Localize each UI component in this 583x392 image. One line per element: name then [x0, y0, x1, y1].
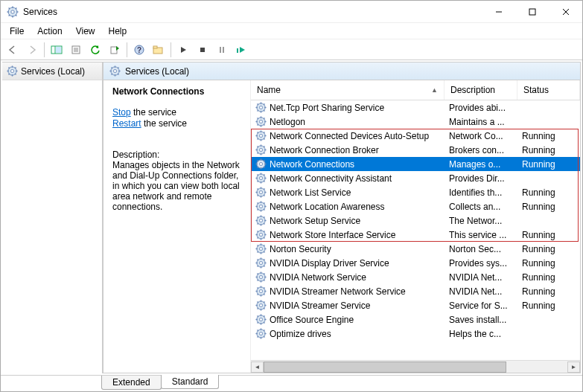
column-status[interactable]: Status — [517, 80, 580, 100]
service-status: Running — [517, 230, 561, 240]
service-description: This service ... — [445, 230, 517, 240]
service-row[interactable]: Network Connected Devices Auto-SetupNetw… — [251, 129, 580, 143]
tab-extended[interactable]: Extended — [101, 376, 162, 390]
open-button[interactable] — [150, 41, 168, 59]
service-row[interactable]: NVIDIA Streamer ServiceService for S...R… — [251, 298, 580, 312]
stop-service-button[interactable] — [194, 41, 211, 59]
gear-icon — [255, 271, 267, 283]
service-description: Collects an... — [445, 202, 517, 212]
content-area: Services (Local) Services (Local) Networ… — [1, 60, 582, 375]
service-name: Network Connectivity Assistant — [270, 173, 392, 184]
scroll-thumb[interactable] — [264, 362, 506, 373]
service-row[interactable]: Network Connection BrokerBrokers con...R… — [251, 143, 580, 157]
restart-service-button[interactable] — [232, 41, 250, 59]
service-row[interactable]: NetlogonMaintains a ... — [251, 115, 580, 129]
service-row[interactable]: Network Location AwarenessCollects an...… — [251, 199, 580, 213]
horizontal-scrollbar[interactable]: ◄ ► — [251, 360, 580, 373]
service-row[interactable]: Office Source EngineSaves install... — [251, 312, 580, 327]
service-name: Norton Security — [270, 244, 331, 254]
service-description: Provides abi... — [445, 103, 517, 113]
services-list[interactable]: Net.Tcp Port Sharing ServiceProvides abi… — [251, 100, 580, 360]
stop-service-link[interactable]: Stop — [112, 107, 131, 118]
maximize-button[interactable] — [515, 1, 549, 22]
tab-standard[interactable]: Standard — [161, 375, 220, 389]
service-name: Network Connections — [270, 159, 354, 170]
list-header: Name ▲ Description Status — [251, 80, 580, 100]
service-row[interactable]: Net.Tcp Port Sharing ServiceProvides abi… — [251, 100, 580, 115]
service-description: Brokers con... — [445, 145, 517, 155]
nav-services-local[interactable]: Services (Local) — [2, 62, 102, 80]
restart-service-link[interactable]: Restart — [112, 118, 141, 129]
gear-icon — [255, 130, 267, 141]
service-row[interactable]: NVIDIA Display Driver ServiceProvides sy… — [251, 256, 580, 270]
service-status: Running — [517, 301, 561, 311]
svg-rect-16 — [56, 47, 61, 53]
main-pane: Services (Local) Network Connections Sto… — [103, 62, 581, 373]
start-service-button[interactable] — [174, 41, 192, 59]
service-name: NVIDIA Display Driver Service — [270, 258, 389, 269]
service-row[interactable]: Network List ServiceIdentifies th...Runn… — [251, 185, 580, 199]
service-row[interactable]: NVIDIA Streamer Network ServiceNVIDIA Ne… — [251, 284, 580, 298]
service-description: NVIDIA Net... — [445, 286, 517, 297]
restart-suffix: the service — [141, 118, 187, 129]
service-name: NVIDIA Streamer Network Service — [270, 286, 406, 297]
service-status: Running — [517, 159, 561, 170]
detail-pane: Network Connections Stop the service Res… — [103, 80, 251, 373]
services-window: Services File Action View Help ? — [0, 0, 583, 392]
service-name: Network Store Interface Service — [270, 230, 395, 240]
service-description: Manages o... — [445, 159, 517, 170]
pause-service-button[interactable] — [213, 41, 231, 59]
refresh-button[interactable] — [86, 41, 104, 59]
service-status: Running — [517, 272, 561, 283]
menu-view[interactable]: View — [70, 25, 101, 38]
service-name: Network Setup Service — [270, 216, 360, 226]
service-row[interactable]: Network Store Interface ServiceThis serv… — [251, 228, 580, 242]
service-description: Identifies th... — [445, 187, 517, 198]
show-hide-tree-button[interactable] — [48, 41, 66, 59]
sort-asc-icon: ▲ — [431, 86, 438, 94]
menu-file[interactable]: File — [4, 25, 30, 38]
back-button[interactable] — [4, 41, 22, 59]
scroll-left-button[interactable]: ◄ — [251, 362, 264, 373]
svg-rect-28 — [223, 47, 224, 53]
main-header: Services (Local) — [103, 62, 580, 80]
app-icon — [7, 6, 19, 18]
service-description: NVIDIA Net... — [445, 272, 517, 283]
svg-rect-27 — [220, 47, 221, 53]
service-status: Running — [517, 202, 561, 212]
service-name: Network Connection Broker — [270, 145, 379, 155]
service-row[interactable]: Network Connectivity AssistantProvides D… — [251, 171, 580, 185]
service-status: Running — [517, 244, 561, 254]
service-row[interactable]: Network Setup ServiceThe Networ... — [251, 213, 580, 228]
forward-button[interactable] — [23, 41, 41, 59]
gear-icon — [7, 65, 18, 77]
minimize-button[interactable] — [482, 1, 515, 22]
service-name: Network Connected Devices Auto-Setup — [270, 131, 429, 141]
svg-rect-29 — [237, 48, 238, 53]
gear-icon — [255, 173, 267, 184]
services-list-pane: Name ▲ Description Status Net.Tcp Port S… — [251, 80, 580, 373]
gear-icon — [255, 158, 267, 170]
service-description: Provides sys... — [445, 258, 517, 269]
help-button[interactable]: ? — [130, 41, 148, 59]
service-name: Netlogon — [270, 117, 305, 127]
service-row[interactable]: Optimize drivesHelps the c... — [251, 327, 580, 341]
gear-icon — [255, 144, 267, 155]
service-row[interactable]: NVIDIA Network ServiceNVIDIA Net...Runni… — [251, 270, 580, 284]
properties-button[interactable] — [67, 41, 85, 59]
scroll-right-button[interactable]: ► — [567, 362, 580, 373]
column-name[interactable]: Name ▲ — [251, 80, 445, 100]
window-title: Services — [23, 7, 482, 17]
menu-bar: File Action View Help — [1, 23, 582, 39]
service-name: Optimize drives — [270, 329, 331, 339]
column-description[interactable]: Description — [445, 80, 517, 100]
service-description: Provides Dir... — [445, 173, 517, 184]
menu-help[interactable]: Help — [103, 25, 133, 38]
export-button[interactable] — [106, 41, 124, 59]
close-button[interactable] — [549, 1, 582, 22]
service-row[interactable]: Norton SecurityNorton Sec...Running — [251, 242, 580, 256]
gear-icon — [255, 229, 267, 240]
service-row[interactable]: Network ConnectionsManages o...Running — [251, 157, 580, 171]
gear-icon — [255, 102, 267, 113]
menu-action[interactable]: Action — [31, 25, 68, 38]
